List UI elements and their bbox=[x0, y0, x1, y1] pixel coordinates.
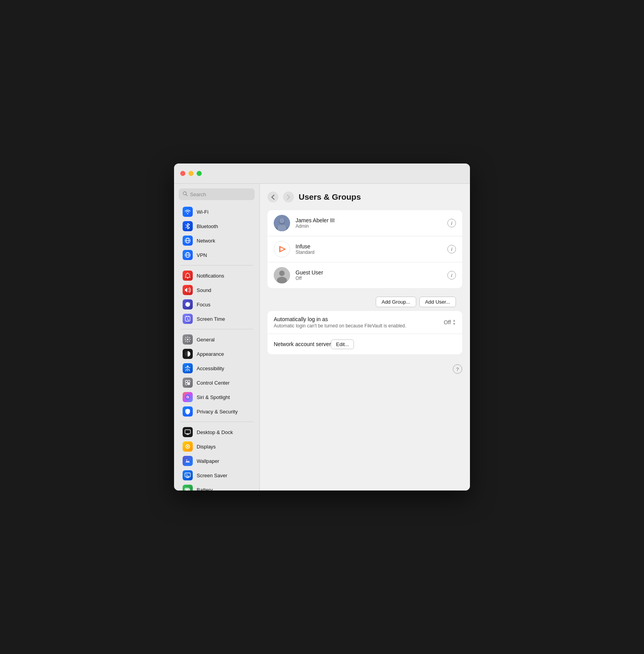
sidebar-item-focus[interactable]: Focus bbox=[176, 297, 257, 311]
sidebar-item-accessibility[interactable]: Accessibility bbox=[176, 361, 257, 375]
auto-login-row: Automatically log in as Automatic login … bbox=[267, 311, 462, 334]
svg-point-32 bbox=[279, 218, 285, 223]
svg-point-14 bbox=[188, 380, 190, 383]
back-button[interactable] bbox=[267, 192, 278, 202]
main-window: Search Wi-Fi Bl bbox=[174, 164, 470, 490]
avatar-guest bbox=[274, 267, 290, 283]
sidebar-item-label-focus: Focus bbox=[197, 302, 210, 308]
help-button[interactable]: ? bbox=[453, 364, 462, 374]
displays-icon bbox=[183, 441, 193, 452]
sidebar-item-screentime[interactable]: Screen Time bbox=[176, 312, 257, 326]
privacy-icon bbox=[183, 406, 193, 417]
sidebar-item-label-sound: Sound bbox=[197, 287, 211, 293]
sidebar-item-label-wifi: Wi-Fi bbox=[197, 209, 208, 215]
auto-login-label: Automatically log in as bbox=[274, 316, 444, 322]
sidebar-item-general[interactable]: General bbox=[176, 332, 257, 346]
svg-point-18 bbox=[187, 396, 188, 396]
user-row-james: James Abeler III Admin i bbox=[267, 210, 462, 236]
general-icon bbox=[183, 334, 193, 345]
edit-button[interactable]: Edit... bbox=[331, 339, 354, 349]
search-placeholder: Search bbox=[190, 192, 206, 197]
user-role-infuse: Standard bbox=[296, 250, 442, 255]
sidebar-item-vpn[interactable]: VPN bbox=[176, 248, 257, 262]
close-button[interactable] bbox=[180, 171, 185, 176]
svg-line-1 bbox=[186, 195, 188, 196]
titlebar bbox=[174, 164, 470, 184]
sidebar-item-bluetooth[interactable]: Bluetooth bbox=[176, 219, 257, 233]
sidebar: Search Wi-Fi Bl bbox=[174, 184, 260, 490]
sidebar-item-label-screensaver: Screen Saver bbox=[197, 473, 227, 478]
accessibility-icon bbox=[183, 363, 193, 373]
sidebar-item-notifications[interactable]: Notifications bbox=[176, 269, 257, 283]
sidebar-item-label-wallpaper: Wallpaper bbox=[197, 458, 219, 464]
network-server-row: Network account server Edit... bbox=[267, 334, 462, 354]
svg-rect-24 bbox=[185, 473, 190, 477]
info-button-james[interactable]: i bbox=[447, 219, 456, 227]
auto-login-sublabel: Automatic login can't be turned on becau… bbox=[274, 323, 444, 329]
sidebar-item-desktop[interactable]: Desktop & Dock bbox=[176, 425, 257, 439]
svg-point-37 bbox=[279, 271, 285, 276]
sidebar-item-battery[interactable]: Battery bbox=[176, 483, 257, 490]
sidebar-item-label-network: Network bbox=[197, 238, 215, 244]
sidebar-item-wifi[interactable]: Wi-Fi bbox=[176, 205, 257, 219]
screentime-icon bbox=[183, 314, 193, 324]
auto-login-label-group: Automatically log in as Automatic login … bbox=[274, 316, 444, 329]
desktop-icon bbox=[183, 427, 193, 437]
page-title: Users & Groups bbox=[299, 192, 361, 202]
notifications-icon bbox=[183, 271, 193, 281]
siri-icon bbox=[183, 392, 193, 402]
sidebar-item-label-general: General bbox=[197, 337, 215, 343]
sidebar-item-label-accessibility: Accessibility bbox=[197, 366, 224, 371]
divider-1 bbox=[180, 265, 253, 265]
sidebar-item-label-siri: Siri & Spotlight bbox=[197, 394, 230, 400]
forward-button[interactable] bbox=[283, 192, 294, 202]
search-bar[interactable]: Search bbox=[179, 188, 255, 200]
stepper-arrows[interactable]: ▲ ▼ bbox=[452, 319, 456, 326]
sidebar-item-appearance[interactable]: Appearance bbox=[176, 347, 257, 361]
info-button-infuse[interactable]: i bbox=[447, 245, 456, 253]
divider-2 bbox=[180, 329, 253, 329]
add-group-button[interactable]: Add Group... bbox=[376, 297, 416, 307]
sidebar-item-screensaver[interactable]: Screen Saver bbox=[176, 468, 257, 482]
screensaver-icon bbox=[183, 470, 193, 480]
maximize-button[interactable] bbox=[197, 171, 202, 176]
controlcenter-icon bbox=[183, 378, 193, 388]
vpn-icon bbox=[183, 250, 193, 260]
sidebar-item-label-appearance: Appearance bbox=[197, 351, 224, 357]
user-info-james: James Abeler III Admin bbox=[296, 217, 442, 229]
network-icon bbox=[183, 236, 193, 246]
user-row-guest: Guest User Off i bbox=[267, 262, 462, 288]
user-name-guest: Guest User bbox=[296, 269, 442, 276]
add-user-button[interactable]: Add User... bbox=[419, 297, 456, 307]
sidebar-item-label-desktop: Desktop & Dock bbox=[197, 429, 233, 435]
sidebar-item-privacy[interactable]: Privacy & Security bbox=[176, 404, 257, 418]
user-info-infuse: Infuse Standard bbox=[296, 243, 442, 255]
help-row: ? bbox=[267, 360, 462, 378]
svg-point-23 bbox=[186, 459, 187, 461]
info-button-guest[interactable]: i bbox=[447, 271, 456, 280]
svg-rect-33 bbox=[277, 225, 287, 231]
sidebar-item-label-controlcenter: Control Center bbox=[197, 380, 230, 386]
svg-point-17 bbox=[185, 394, 190, 400]
sidebar-item-controlcenter[interactable]: Control Center bbox=[176, 376, 257, 390]
sidebar-item-network[interactable]: Network bbox=[176, 234, 257, 248]
svg-point-8 bbox=[187, 272, 188, 273]
user-info-guest: Guest User Off bbox=[296, 269, 442, 281]
content-area: Search Wi-Fi Bl bbox=[174, 184, 470, 490]
svg-rect-22 bbox=[185, 458, 190, 464]
sidebar-item-label-privacy: Privacy & Security bbox=[197, 409, 238, 415]
users-container: James Abeler III Admin i bbox=[267, 210, 462, 288]
wallpaper-icon bbox=[183, 456, 193, 466]
main-content: Users & Groups bbox=[260, 184, 470, 490]
svg-point-13 bbox=[185, 380, 188, 383]
svg-point-16 bbox=[188, 383, 190, 385]
sidebar-item-label-vpn: VPN bbox=[197, 252, 207, 258]
sidebar-item-label-battery: Battery bbox=[197, 487, 213, 491]
sidebar-item-wallpaper[interactable]: Wallpaper bbox=[176, 454, 257, 468]
sidebar-item-sound[interactable]: Sound bbox=[176, 283, 257, 297]
infuse-app-icon bbox=[274, 241, 290, 257]
user-role-james: Admin bbox=[296, 223, 442, 229]
minimize-button[interactable] bbox=[188, 171, 194, 176]
sidebar-item-displays[interactable]: Displays bbox=[176, 440, 257, 454]
sidebar-item-siri[interactable]: Siri & Spotlight bbox=[176, 390, 257, 404]
